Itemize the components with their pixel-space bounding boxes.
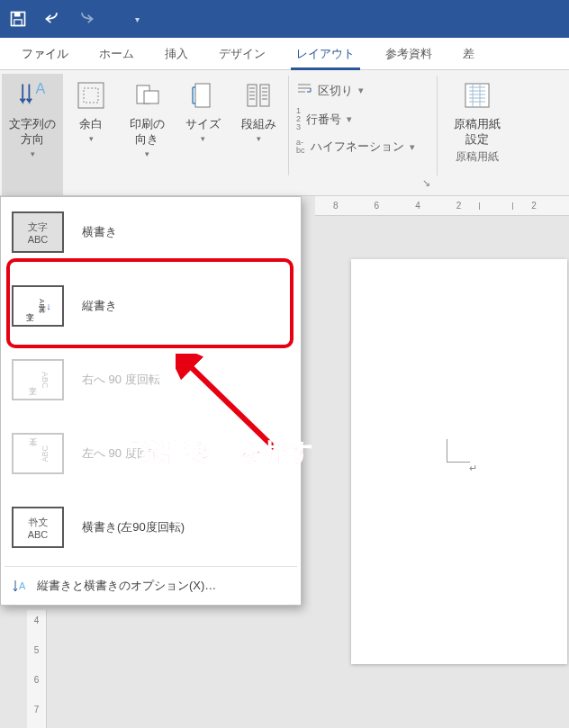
save-icon[interactable] [5, 6, 31, 31]
dropdown-options-label: 縦書きと横書きのオプション(X)… [37, 578, 216, 594]
size-label: サイズ [185, 117, 221, 132]
svg-rect-7 [144, 91, 158, 103]
line-numbers-button[interactable]: 123 行番号 ▾ [296, 107, 429, 131]
manuscript-button[interactable]: 原稿用紙 設定 [439, 74, 515, 148]
group-manuscript-label: 原稿用紙 [439, 148, 515, 168]
dropdown-item-label: 横書き(左90度回転) [82, 519, 185, 535]
document-page[interactable]: ↵ [351, 259, 567, 664]
text-direction-button[interactable]: A 文字列の 方向 ▾ [2, 74, 63, 195]
horizontal-ruler[interactable]: 8 6 4 2 2 4 [315, 196, 569, 216]
caret-icon: ▾ [410, 141, 415, 153]
svg-rect-4 [78, 83, 104, 108]
vertical-thumb-icon: 文字 文字ABC ↓ [12, 285, 64, 327]
orientation-icon [131, 79, 163, 112]
dropdown-item-rotate-right: 文字 ABC 右へ 90 度回転 [1, 343, 301, 417]
manuscript-label: 原稿用紙 設定 [454, 117, 501, 148]
ribbon-tabs: ファイル ホーム 挿入 デザイン レイアウト 参考資料 差 [0, 38, 569, 70]
vertical-ruler[interactable]: 4 5 6 7 8 [27, 610, 47, 728]
breaks-icon [296, 81, 312, 100]
size-icon [186, 79, 219, 112]
dropdown-item-vertical[interactable]: 文字 文字ABC ↓ 縦書き [1, 269, 301, 343]
svg-rect-1 [14, 13, 21, 17]
dropdown-separator [5, 566, 297, 567]
tab-file[interactable]: ファイル [9, 38, 81, 69]
breaks-label: 区切り [318, 83, 353, 99]
text-direction-small-icon: A [12, 578, 28, 594]
qat-customize-icon[interactable]: ▾ [124, 6, 149, 31]
rotate-left-thumb-icon: 文字 ABC [12, 433, 64, 474]
dropdown-item-horizontal-rotated[interactable]: 文件 ABC 横書き(左90度回転) [1, 490, 301, 564]
hyphenation-icon: a-bc [296, 139, 305, 155]
caret-icon: ▾ [257, 134, 261, 143]
columns-button[interactable]: 段組み ▾ [230, 74, 286, 195]
group-page-layout-btns: A 文字列の 方向 ▾ 余白 ▾ 印刷の 向き ▾ サイズ ▾ [0, 70, 288, 195]
svg-rect-2 [14, 20, 22, 26]
margins-icon [75, 79, 107, 112]
horizontal-thumb-icon: 文字 ABC [12, 211, 64, 253]
dropdown-item-label: 縦書き [82, 298, 117, 314]
dropdown-item-label: 左へ 90 度回転 [82, 445, 160, 462]
horizontal-rotated-thumb-icon: 文件 ABC [12, 507, 64, 548]
text-direction-dropdown: 文字 ABC 横書き 文字 文字ABC ↓ 縦書き 文字 ABC 右へ 90 度… [0, 196, 302, 606]
margins-button[interactable]: 余白 ▾ [63, 74, 119, 195]
tab-layout[interactable]: レイアウト [284, 38, 367, 69]
dropdown-item-label: 右へ 90 度回転 [82, 372, 160, 388]
redo-icon[interactable] [74, 6, 99, 31]
svg-rect-8 [195, 84, 210, 107]
tab-diff[interactable]: 差 [450, 38, 487, 69]
tab-insert[interactable]: 挿入 [152, 38, 201, 69]
orientation-button[interactable]: 印刷の 向き ▾ [119, 74, 175, 195]
group-page-setup-rows: 区切り ▾ 123 行番号 ▾ a-bc ハイフネーション ▾ ↘ [289, 70, 437, 195]
hyphenation-button[interactable]: a-bc ハイフネーション ▾ [296, 139, 429, 155]
dropdown-item-options[interactable]: A 縦書きと横書きのオプション(X)… [1, 569, 301, 605]
svg-text:A: A [36, 80, 46, 96]
title-bar: ▾ [0, 0, 569, 38]
dropdown-item-label: 横書き [82, 224, 117, 240]
columns-icon [242, 79, 275, 112]
undo-icon[interactable] [40, 6, 65, 31]
paragraph-mark-icon: ↵ [469, 463, 477, 474]
rotate-right-thumb-icon: 文字 ABC [12, 359, 64, 400]
page-setup-dialog-launcher[interactable]: ↘ [419, 177, 433, 192]
line-numbers-label: 行番号 [306, 112, 341, 128]
line-numbers-icon: 123 [296, 107, 301, 131]
size-button[interactable]: サイズ ▾ [175, 74, 230, 195]
svg-text:A: A [19, 580, 26, 591]
caret-icon: ▾ [89, 134, 94, 143]
ribbon-body: A 文字列の 方向 ▾ 余白 ▾ 印刷の 向き ▾ サイズ ▾ [0, 70, 569, 196]
orientation-label: 印刷の 向き [130, 117, 165, 148]
caret-icon: ▾ [201, 134, 205, 143]
caret-icon: ▾ [358, 85, 364, 96]
svg-rect-5 [84, 88, 98, 103]
margin-corner-mark [447, 439, 470, 463]
dropdown-item-horizontal[interactable]: 文字 ABC 横書き [1, 202, 301, 269]
tab-home[interactable]: ホーム [86, 38, 147, 69]
caret-icon: ▾ [145, 149, 149, 158]
text-direction-icon: A [16, 79, 49, 112]
columns-label: 段組み [241, 117, 276, 132]
dropdown-item-rotate-left: 文字 ABC 左へ 90 度回転 [1, 417, 301, 490]
tab-design[interactable]: デザイン [206, 38, 278, 69]
caret-icon: ▾ [31, 149, 35, 158]
group-manuscript: 原稿用紙 設定 原稿用紙 [438, 70, 517, 195]
text-direction-label: 文字列の 方向 [9, 117, 56, 148]
breaks-button[interactable]: 区切り ▾ [296, 81, 429, 100]
tab-references[interactable]: 参考資料 [373, 38, 445, 69]
caret-icon: ▾ [347, 113, 352, 125]
hyphenation-label: ハイフネーション [311, 139, 404, 155]
manuscript-icon [461, 79, 493, 112]
margins-label: 余白 [79, 117, 103, 132]
